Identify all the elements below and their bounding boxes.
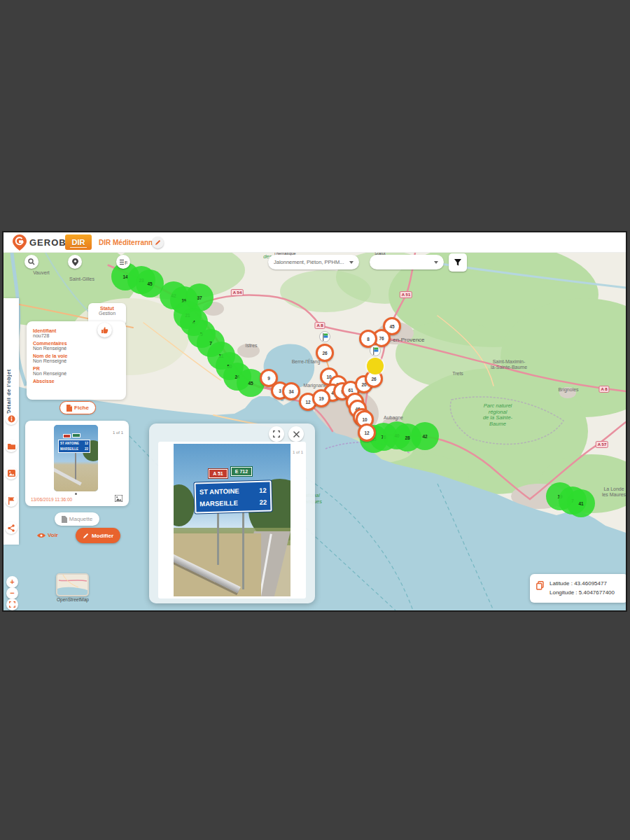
statut-value: Gestion: [88, 311, 126, 316]
sidebar-share-button[interactable]: [5, 522, 18, 534]
longitude-value: 5.4047677400: [579, 589, 615, 596]
image-icon[interactable]: [115, 495, 122, 502]
statut-filter-label: Statut: [374, 253, 386, 255]
copy-icon[interactable]: [536, 581, 544, 590]
thematique-dropdown[interactable]: Jalonnement, Piéton, PPHM...: [268, 255, 359, 270]
modifier-button[interactable]: Modifier: [76, 528, 120, 543]
document-icon: [66, 405, 72, 412]
search-button[interactable]: [24, 255, 38, 269]
expand-button[interactable]: [269, 426, 284, 442]
photo-counter: 1 of 1: [113, 430, 123, 435]
share-icon: [8, 524, 15, 532]
dir-logo: DIR: [65, 234, 92, 250]
orange-object-marker[interactable]: 26: [316, 344, 334, 362]
carousel-dot[interactable]: [75, 493, 77, 495]
statut-dropdown[interactable]: [370, 255, 444, 270]
edit-title-button[interactable]: [152, 237, 164, 248]
close-button[interactable]: [288, 426, 304, 442]
fullscreen-icon: [273, 430, 280, 438]
orange-object-marker[interactable]: 19: [312, 389, 330, 407]
photo-date: 13/06/2019 11:36:00: [31, 497, 72, 502]
fiche-button[interactable]: Fiche: [59, 401, 96, 414]
flag-icon: [322, 333, 328, 341]
filter-button[interactable]: [449, 253, 467, 272]
voir-link-label: Voir: [48, 532, 58, 538]
thematique-value: Jalonnement, Piéton, PPHM...: [274, 259, 346, 265]
field-value: Non Renseigné: [33, 346, 126, 351]
geroba-logo-icon: [13, 234, 27, 251]
map-label: La Londe les Maures: [602, 486, 626, 498]
info-icon: [8, 415, 15, 423]
green-cluster-marker[interactable]: 42: [411, 422, 439, 450]
zoom-in-button[interactable]: +: [6, 576, 18, 588]
road-badge: A 8: [314, 322, 325, 329]
sidebar-flag-button[interactable]: [5, 494, 18, 507]
screenshot-stage: GEROBA DIR DIR Méditerrannée: [0, 0, 630, 840]
map-canvas[interactable]: A 54A 8A 51A 8A 57VauvertSaint-GillesIst…: [4, 253, 626, 610]
thumbnail-sign-pole: [75, 453, 76, 481]
sidebar-folder-button[interactable]: [5, 440, 18, 452]
voir-link[interactable]: Voir: [37, 532, 58, 538]
route-list-button[interactable]: R: [116, 255, 130, 269]
overview-minimap[interactable]: [56, 573, 89, 596]
a51-motorway-sign: A 51: [209, 469, 227, 478]
fit-extent-button[interactable]: [6, 598, 18, 610]
sidebar-info-button[interactable]: [5, 412, 18, 425]
thumbnail-e712-sign: [72, 433, 80, 438]
road-badge: A 57: [596, 441, 608, 448]
field-label: Abscisse: [33, 379, 126, 384]
orange-object-marker[interactable]: 34: [282, 382, 300, 400]
app-header: GEROBA DIR DIR Méditerrannée: [4, 232, 626, 253]
minimap-content: [57, 575, 88, 595]
orange-object-marker[interactable]: 12: [358, 424, 376, 442]
search-icon: [28, 258, 35, 265]
field-value: Non Renseigné: [33, 358, 126, 363]
map-label: Berre-l'Étang: [292, 359, 321, 365]
latitude-value: 43.46095477: [574, 580, 607, 587]
flag-marker[interactable]: [319, 331, 330, 342]
e712-route-sign: E 712: [231, 467, 252, 476]
road-badge: A 8: [598, 386, 609, 393]
road-sign-photo: A 51 E 712 ST ANTOINE12 MARSEILLE22: [174, 444, 290, 596]
photo-card: 1 of 1 ST ANTOINE12 MARSEILLE22 13/06/20…: [25, 421, 129, 506]
destination-2: MARSEILLE: [200, 497, 238, 510]
document-icon: [62, 516, 67, 523]
field-label: PR: [33, 366, 126, 371]
coordinates-box: Latitude : 43.46095477 Longitude : 5.404…: [530, 574, 626, 603]
photo-frame: 1 of 1 A 51 E 712 ST: [158, 442, 306, 598]
sign-pole: [242, 512, 244, 589]
selected-marker[interactable]: [367, 358, 384, 374]
locate-button[interactable]: [68, 255, 82, 269]
map-label: Istres: [245, 343, 257, 349]
sidebar-title: Détail de l'objet: [6, 330, 17, 414]
latitude-line: Latitude : 43.46095477: [550, 579, 626, 588]
thumbnail-direction-sign: ST ANTOINE12 MARSEILLE22: [58, 440, 90, 453]
object-fields: Identifiantnou728CommentairesNon Renseig…: [33, 328, 126, 384]
close-icon: [293, 431, 300, 438]
detail-sidebar: Détail de l'objet: [4, 298, 19, 545]
field-label: Nom de la voie: [33, 354, 126, 358]
road-badge: A 54: [231, 289, 244, 296]
sidebar-image-button[interactable]: [5, 467, 18, 479]
photo-thumbnail[interactable]: ST ANTOINE12 MARSEILLE22: [54, 425, 98, 491]
flag-marker[interactable]: [370, 345, 381, 356]
maquette-button[interactable]: Maquette: [55, 512, 99, 526]
chevron-down-icon: [434, 261, 438, 264]
fiche-button-label: Fiche: [74, 405, 89, 411]
thumbnail-a51-sign: [63, 434, 71, 438]
thumbs-up-icon: [101, 326, 108, 334]
photo-popup: 1 of 1 A 51 E 712 ST: [149, 424, 315, 603]
svg-text:R: R: [125, 260, 127, 265]
field-label: Commentaires: [33, 341, 126, 346]
map-label: Saint-Maximin- la-Sainte-Baume: [491, 359, 527, 370]
green-cluster-marker[interactable]: 41: [567, 489, 595, 517]
validate-button[interactable]: [97, 323, 112, 337]
flag-icon: [8, 497, 15, 505]
longitude-line: Longitude : 5.4047677400: [550, 588, 626, 597]
geroba-app-window: GEROBA DIR DIR Méditerrannée: [4, 232, 626, 610]
zoom-out-button[interactable]: −: [6, 587, 18, 599]
road-badge: A 51: [400, 291, 412, 298]
statut-label: Statut: [88, 306, 126, 311]
pencil-icon: [155, 239, 161, 246]
folder-icon: [8, 443, 15, 449]
